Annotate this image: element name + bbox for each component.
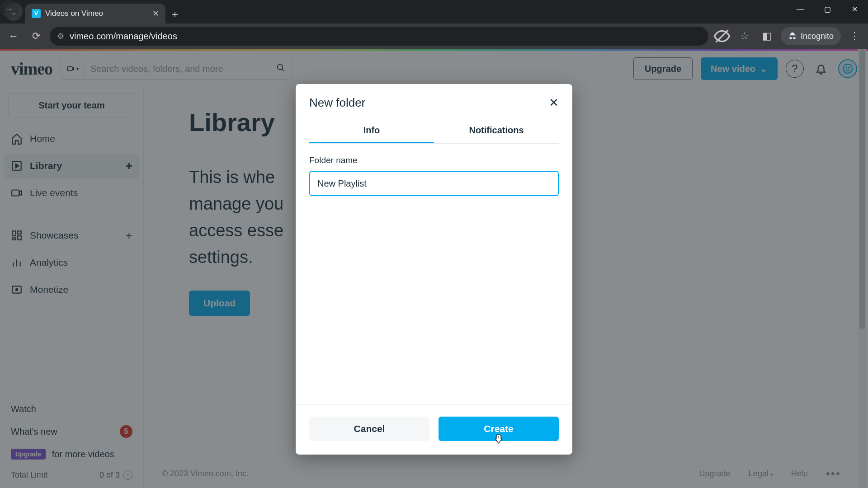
url-text: vimeo.com/manage/videos (70, 31, 177, 42)
browser-tabstrip: ⌄ V Videos on Vimeo ✕ + ― ▢ ✕ (0, 0, 868, 23)
browser-tab[interactable]: V Videos on Vimeo ✕ (25, 4, 165, 23)
close-dialog-button[interactable]: ✕ (549, 96, 559, 110)
incognito-label: Incognito (801, 32, 834, 41)
create-button[interactable]: Create (439, 417, 559, 441)
address-bar[interactable]: ⚙ vimeo.com/manage/videos (50, 27, 708, 46)
vimeo-favicon: V (32, 9, 41, 18)
reload-button[interactable]: ⟳ (27, 27, 45, 45)
app-viewport: vimeo ▾ Search videos, folders, and more… (0, 49, 868, 488)
folder-name-label: Folder name (309, 155, 559, 165)
site-settings-icon[interactable]: ⚙ (57, 31, 64, 41)
minimize-button[interactable]: ― (787, 0, 814, 18)
cancel-button[interactable]: Cancel (309, 417, 429, 441)
new-tab-button[interactable]: + (165, 8, 184, 23)
window-controls: ― ▢ ✕ (787, 0, 868, 18)
incognito-icon (788, 32, 797, 41)
cursor-icon (493, 433, 504, 444)
forward-button: → (0, 0, 18, 18)
close-tab-icon[interactable]: ✕ (152, 9, 159, 19)
tab-title: Videos on Vimeo (45, 9, 148, 18)
tracking-icon[interactable] (713, 27, 731, 45)
side-panel-icon[interactable]: ◧ (758, 27, 776, 45)
browser-toolbar: ← → ⟳ ⚙ vimeo.com/manage/videos ☆ ◧ Inco… (0, 23, 868, 49)
close-window-button[interactable]: ✕ (841, 0, 868, 18)
maximize-button[interactable]: ▢ (814, 0, 841, 18)
new-folder-dialog: New folder ✕ Info Notifications Folder n… (296, 84, 572, 455)
svg-point-18 (498, 436, 499, 437)
dialog-tabs: Info Notifications (309, 119, 559, 144)
dialog-title: New folder (309, 96, 365, 110)
incognito-indicator[interactable]: Incognito (781, 27, 841, 45)
back-button[interactable]: ← (5, 27, 23, 45)
folder-name-input[interactable] (309, 171, 559, 196)
bookmark-icon[interactable]: ☆ (736, 27, 754, 45)
tab-notifications[interactable]: Notifications (434, 119, 559, 143)
browser-menu-button[interactable]: ⋮ (845, 27, 863, 45)
tab-info[interactable]: Info (309, 119, 434, 143)
